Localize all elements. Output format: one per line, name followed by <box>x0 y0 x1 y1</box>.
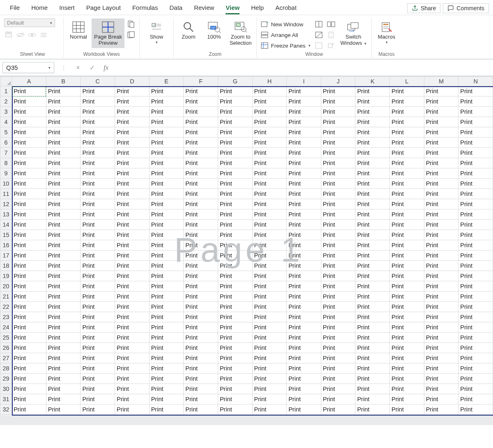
cell[interactable]: Print <box>149 312 184 322</box>
cell[interactable]: Print <box>252 404 287 415</box>
cell[interactable]: Print <box>81 271 115 281</box>
cell[interactable]: Print <box>390 220 424 230</box>
cell[interactable]: Print <box>46 199 81 209</box>
cell[interactable]: Print <box>12 363 46 374</box>
cell[interactable]: Print <box>390 394 424 404</box>
cell[interactable]: Print <box>390 148 424 158</box>
cell[interactable] <box>287 415 321 425</box>
cell[interactable]: Print <box>355 343 390 353</box>
tab-pagelayout[interactable]: Page Layout <box>81 2 127 14</box>
row-header[interactable]: 33 <box>0 415 12 425</box>
cell[interactable]: Print <box>184 158 218 168</box>
cell[interactable]: Print <box>184 189 218 199</box>
column-header[interactable]: K <box>355 77 390 86</box>
cell[interactable]: Print <box>321 302 355 312</box>
cell[interactable]: Print <box>81 281 115 292</box>
cell[interactable]: Print <box>424 127 458 138</box>
cell[interactable]: Print <box>115 312 150 322</box>
row-header[interactable]: 15 <box>0 230 12 240</box>
cell[interactable]: Print <box>81 96 115 107</box>
cell[interactable]: Print <box>355 404 390 415</box>
cell[interactable]: Print <box>12 199 46 209</box>
cell[interactable] <box>218 415 252 425</box>
cell[interactable]: Print <box>149 168 184 179</box>
cell[interactable]: Print <box>115 384 150 394</box>
tab-view[interactable]: View <box>220 2 245 14</box>
column-header[interactable]: N <box>458 77 493 86</box>
column-header[interactable]: J <box>321 77 355 86</box>
cell[interactable]: Print <box>149 127 184 138</box>
column-header[interactable]: E <box>149 77 184 86</box>
cell[interactable]: Print <box>12 107 46 117</box>
cell[interactable]: Print <box>81 158 115 168</box>
column-header[interactable]: F <box>184 77 218 86</box>
cell[interactable]: Print <box>287 199 321 209</box>
cell[interactable]: Print <box>252 281 287 292</box>
cell[interactable]: Print <box>424 86 458 96</box>
cell[interactable]: Print <box>424 353 458 363</box>
cell[interactable]: Print <box>321 189 355 199</box>
cell[interactable]: Print <box>458 209 493 220</box>
cell[interactable]: Print <box>218 384 252 394</box>
cell[interactable]: Print <box>390 138 424 148</box>
cell[interactable]: Print <box>458 230 493 240</box>
cell[interactable]: Print <box>115 281 150 292</box>
cell[interactable]: Print <box>458 138 493 148</box>
cell[interactable]: Print <box>252 189 287 199</box>
tab-formulas[interactable]: Formulas <box>127 2 164 14</box>
cell[interactable]: Print <box>184 302 218 312</box>
cell[interactable]: Print <box>81 138 115 148</box>
cell[interactable]: Print <box>46 353 81 363</box>
cell[interactable]: Print <box>115 302 150 312</box>
row-header[interactable]: 32 <box>0 404 12 415</box>
cell[interactable]: Print <box>46 271 81 281</box>
cell[interactable]: Print <box>46 138 81 148</box>
cell[interactable]: Print <box>218 374 252 384</box>
cell[interactable]: Print <box>424 240 458 250</box>
cell[interactable]: Print <box>218 230 252 240</box>
cell[interactable]: Print <box>184 127 218 138</box>
cell[interactable]: Print <box>424 179 458 189</box>
tab-home[interactable]: Home <box>25 2 53 14</box>
new-sheetview-icon[interactable] <box>28 31 36 39</box>
cell[interactable]: Print <box>184 230 218 240</box>
cell[interactable]: Print <box>81 86 115 96</box>
cell[interactable]: Print <box>321 209 355 220</box>
view-side-by-side-icon[interactable] <box>327 20 335 28</box>
cell[interactable]: Print <box>287 343 321 353</box>
cell[interactable]: Print <box>321 281 355 292</box>
cell[interactable]: Print <box>424 261 458 271</box>
column-header[interactable]: B <box>46 77 81 86</box>
cell[interactable]: Print <box>149 322 184 333</box>
cell[interactable]: Print <box>458 148 493 158</box>
cell[interactable]: Print <box>252 209 287 220</box>
zoom-selection-button[interactable]: Zoom to Selection <box>227 18 254 48</box>
column-header[interactable]: G <box>218 77 252 86</box>
cell[interactable]: Print <box>458 220 493 230</box>
cell[interactable]: Print <box>321 404 355 415</box>
row-header[interactable]: 25 <box>0 333 12 343</box>
cell[interactable]: Print <box>287 209 321 220</box>
cell[interactable]: Print <box>424 374 458 384</box>
cell[interactable]: Print <box>321 363 355 374</box>
cell[interactable]: Print <box>321 230 355 240</box>
cell[interactable]: Print <box>355 271 390 281</box>
cell[interactable]: Print <box>81 394 115 404</box>
cell[interactable]: Print <box>149 158 184 168</box>
zoom-button[interactable]: Zoom <box>176 18 201 48</box>
cell[interactable]: Print <box>184 374 218 384</box>
cell[interactable]: Print <box>390 209 424 220</box>
cell[interactable]: Print <box>287 333 321 343</box>
cell[interactable]: Print <box>149 404 184 415</box>
cell[interactable]: Print <box>149 261 184 271</box>
cell[interactable]: Print <box>458 271 493 281</box>
cell[interactable]: Print <box>115 189 150 199</box>
reset-window-icon[interactable] <box>327 41 335 50</box>
cell[interactable]: Print <box>81 148 115 158</box>
cell[interactable]: Print <box>458 333 493 343</box>
cell[interactable]: Print <box>390 158 424 168</box>
tab-review[interactable]: Review <box>188 2 220 14</box>
cell[interactable]: Print <box>149 250 184 261</box>
cell[interactable]: Print <box>184 363 218 374</box>
cell[interactable]: Print <box>149 117 184 127</box>
